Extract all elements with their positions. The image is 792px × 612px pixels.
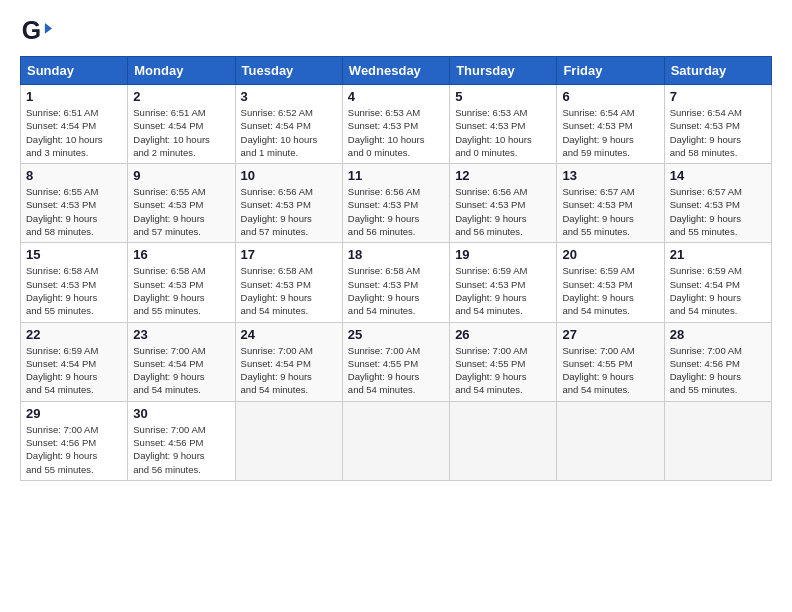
day-info: Sunrise: 6:53 AMSunset: 4:53 PMDaylight:… xyxy=(348,106,444,159)
calendar-cell: 29Sunrise: 7:00 AMSunset: 4:56 PMDayligh… xyxy=(21,401,128,480)
logo-icon: G xyxy=(20,16,52,48)
calendar-cell: 13Sunrise: 6:57 AMSunset: 4:53 PMDayligh… xyxy=(557,164,664,243)
day-info: Sunrise: 6:59 AMSunset: 4:54 PMDaylight:… xyxy=(670,264,766,317)
day-number: 5 xyxy=(455,89,551,104)
day-number: 17 xyxy=(241,247,337,262)
day-info: Sunrise: 6:54 AMSunset: 4:53 PMDaylight:… xyxy=(670,106,766,159)
day-info: Sunrise: 7:00 AMSunset: 4:55 PMDaylight:… xyxy=(562,344,658,397)
calendar-cell: 22Sunrise: 6:59 AMSunset: 4:54 PMDayligh… xyxy=(21,322,128,401)
day-info: Sunrise: 6:56 AMSunset: 4:53 PMDaylight:… xyxy=(348,185,444,238)
day-number: 29 xyxy=(26,406,122,421)
day-number: 9 xyxy=(133,168,229,183)
calendar-week-row: 29Sunrise: 7:00 AMSunset: 4:56 PMDayligh… xyxy=(21,401,772,480)
day-number: 30 xyxy=(133,406,229,421)
day-number: 8 xyxy=(26,168,122,183)
calendar-cell: 21Sunrise: 6:59 AMSunset: 4:54 PMDayligh… xyxy=(664,243,771,322)
calendar-week-row: 22Sunrise: 6:59 AMSunset: 4:54 PMDayligh… xyxy=(21,322,772,401)
logo: G xyxy=(20,16,56,48)
day-info: Sunrise: 6:58 AMSunset: 4:53 PMDaylight:… xyxy=(348,264,444,317)
calendar-cell: 12Sunrise: 6:56 AMSunset: 4:53 PMDayligh… xyxy=(450,164,557,243)
day-number: 25 xyxy=(348,327,444,342)
day-number: 14 xyxy=(670,168,766,183)
calendar-week-row: 1Sunrise: 6:51 AMSunset: 4:54 PMDaylight… xyxy=(21,85,772,164)
calendar-cell: 19Sunrise: 6:59 AMSunset: 4:53 PMDayligh… xyxy=(450,243,557,322)
day-number: 24 xyxy=(241,327,337,342)
calendar-cell: 5Sunrise: 6:53 AMSunset: 4:53 PMDaylight… xyxy=(450,85,557,164)
calendar-cell: 3Sunrise: 6:52 AMSunset: 4:54 PMDaylight… xyxy=(235,85,342,164)
day-number: 18 xyxy=(348,247,444,262)
day-info: Sunrise: 7:00 AMSunset: 4:56 PMDaylight:… xyxy=(133,423,229,476)
day-info: Sunrise: 6:56 AMSunset: 4:53 PMDaylight:… xyxy=(241,185,337,238)
calendar-cell: 23Sunrise: 7:00 AMSunset: 4:54 PMDayligh… xyxy=(128,322,235,401)
day-info: Sunrise: 6:51 AMSunset: 4:54 PMDaylight:… xyxy=(26,106,122,159)
day-info: Sunrise: 6:54 AMSunset: 4:53 PMDaylight:… xyxy=(562,106,658,159)
weekday-header-sunday: Sunday xyxy=(21,57,128,85)
calendar-table: SundayMondayTuesdayWednesdayThursdayFrid… xyxy=(20,56,772,481)
calendar-cell: 16Sunrise: 6:58 AMSunset: 4:53 PMDayligh… xyxy=(128,243,235,322)
calendar-cell xyxy=(450,401,557,480)
calendar-cell: 26Sunrise: 7:00 AMSunset: 4:55 PMDayligh… xyxy=(450,322,557,401)
calendar-cell xyxy=(342,401,449,480)
day-info: Sunrise: 6:53 AMSunset: 4:53 PMDaylight:… xyxy=(455,106,551,159)
calendar-cell: 24Sunrise: 7:00 AMSunset: 4:54 PMDayligh… xyxy=(235,322,342,401)
day-info: Sunrise: 7:00 AMSunset: 4:54 PMDaylight:… xyxy=(133,344,229,397)
calendar-cell: 30Sunrise: 7:00 AMSunset: 4:56 PMDayligh… xyxy=(128,401,235,480)
calendar-cell: 2Sunrise: 6:51 AMSunset: 4:54 PMDaylight… xyxy=(128,85,235,164)
day-info: Sunrise: 7:00 AMSunset: 4:56 PMDaylight:… xyxy=(670,344,766,397)
day-number: 4 xyxy=(348,89,444,104)
day-number: 10 xyxy=(241,168,337,183)
weekday-header-saturday: Saturday xyxy=(664,57,771,85)
day-info: Sunrise: 6:58 AMSunset: 4:53 PMDaylight:… xyxy=(241,264,337,317)
day-number: 20 xyxy=(562,247,658,262)
day-info: Sunrise: 6:58 AMSunset: 4:53 PMDaylight:… xyxy=(133,264,229,317)
calendar-cell: 15Sunrise: 6:58 AMSunset: 4:53 PMDayligh… xyxy=(21,243,128,322)
calendar-cell xyxy=(664,401,771,480)
calendar-cell: 11Sunrise: 6:56 AMSunset: 4:53 PMDayligh… xyxy=(342,164,449,243)
day-info: Sunrise: 6:59 AMSunset: 4:53 PMDaylight:… xyxy=(455,264,551,317)
calendar-cell xyxy=(235,401,342,480)
day-info: Sunrise: 6:58 AMSunset: 4:53 PMDaylight:… xyxy=(26,264,122,317)
calendar-cell: 17Sunrise: 6:58 AMSunset: 4:53 PMDayligh… xyxy=(235,243,342,322)
day-info: Sunrise: 6:59 AMSunset: 4:54 PMDaylight:… xyxy=(26,344,122,397)
day-number: 16 xyxy=(133,247,229,262)
day-number: 27 xyxy=(562,327,658,342)
day-info: Sunrise: 6:56 AMSunset: 4:53 PMDaylight:… xyxy=(455,185,551,238)
calendar-cell xyxy=(557,401,664,480)
day-info: Sunrise: 7:00 AMSunset: 4:55 PMDaylight:… xyxy=(348,344,444,397)
day-number: 2 xyxy=(133,89,229,104)
calendar-cell: 20Sunrise: 6:59 AMSunset: 4:53 PMDayligh… xyxy=(557,243,664,322)
calendar-cell: 10Sunrise: 6:56 AMSunset: 4:53 PMDayligh… xyxy=(235,164,342,243)
calendar-cell: 7Sunrise: 6:54 AMSunset: 4:53 PMDaylight… xyxy=(664,85,771,164)
day-info: Sunrise: 6:57 AMSunset: 4:53 PMDaylight:… xyxy=(562,185,658,238)
day-number: 23 xyxy=(133,327,229,342)
calendar-cell: 6Sunrise: 6:54 AMSunset: 4:53 PMDaylight… xyxy=(557,85,664,164)
calendar-cell: 9Sunrise: 6:55 AMSunset: 4:53 PMDaylight… xyxy=(128,164,235,243)
page-header: G xyxy=(20,16,772,48)
day-info: Sunrise: 6:55 AMSunset: 4:53 PMDaylight:… xyxy=(26,185,122,238)
calendar-cell: 18Sunrise: 6:58 AMSunset: 4:53 PMDayligh… xyxy=(342,243,449,322)
day-number: 28 xyxy=(670,327,766,342)
weekday-header-wednesday: Wednesday xyxy=(342,57,449,85)
weekday-header-friday: Friday xyxy=(557,57,664,85)
day-number: 15 xyxy=(26,247,122,262)
day-number: 26 xyxy=(455,327,551,342)
calendar-week-row: 15Sunrise: 6:58 AMSunset: 4:53 PMDayligh… xyxy=(21,243,772,322)
day-number: 22 xyxy=(26,327,122,342)
day-info: Sunrise: 6:55 AMSunset: 4:53 PMDaylight:… xyxy=(133,185,229,238)
svg-marker-1 xyxy=(45,23,52,34)
day-number: 1 xyxy=(26,89,122,104)
calendar-header-row: SundayMondayTuesdayWednesdayThursdayFrid… xyxy=(21,57,772,85)
calendar-cell: 28Sunrise: 7:00 AMSunset: 4:56 PMDayligh… xyxy=(664,322,771,401)
day-info: Sunrise: 7:00 AMSunset: 4:56 PMDaylight:… xyxy=(26,423,122,476)
day-number: 12 xyxy=(455,168,551,183)
weekday-header-thursday: Thursday xyxy=(450,57,557,85)
day-info: Sunrise: 6:52 AMSunset: 4:54 PMDaylight:… xyxy=(241,106,337,159)
svg-text:G: G xyxy=(22,16,41,44)
calendar-week-row: 8Sunrise: 6:55 AMSunset: 4:53 PMDaylight… xyxy=(21,164,772,243)
day-number: 3 xyxy=(241,89,337,104)
day-number: 6 xyxy=(562,89,658,104)
day-info: Sunrise: 7:00 AMSunset: 4:54 PMDaylight:… xyxy=(241,344,337,397)
day-number: 13 xyxy=(562,168,658,183)
calendar-cell: 1Sunrise: 6:51 AMSunset: 4:54 PMDaylight… xyxy=(21,85,128,164)
day-number: 19 xyxy=(455,247,551,262)
